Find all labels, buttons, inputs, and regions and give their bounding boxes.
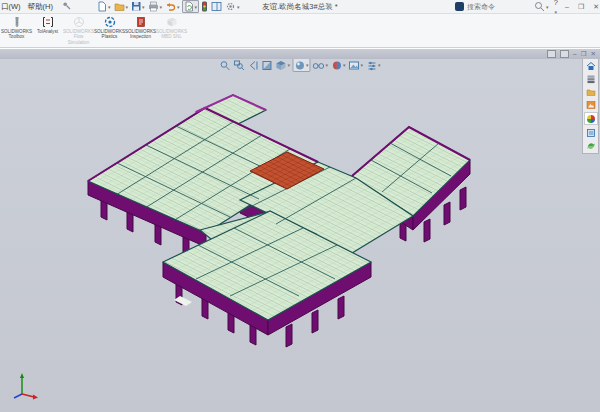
- undo-button[interactable]: ▾: [164, 1, 181, 12]
- addin-label: SOLIDWORKS Toolbox: [1, 29, 32, 40]
- addin-label: SOLIDWORKS Plastics: [94, 29, 125, 40]
- addin-tolanalyst[interactable]: TolAnalyst: [32, 14, 63, 34]
- search-input[interactable]: [467, 2, 527, 12]
- addin-flow-simulation[interactable]: SOLIDWORKS Flow Simulation: [63, 14, 94, 45]
- feature-pane-toggle-icon[interactable]: [560, 50, 569, 58]
- view-palette-icon[interactable]: [585, 99, 597, 110]
- addin-solidworks-plastics[interactable]: SOLIDWORKS Plastics: [94, 14, 125, 40]
- view-settings-icon[interactable]: ▾: [365, 59, 382, 71]
- design-library-icon[interactable]: [585, 73, 597, 84]
- mbd-snl-icon: [166, 16, 178, 28]
- inspection-icon: [135, 16, 147, 28]
- menu-pin-icon[interactable]: [62, 1, 71, 12]
- formwork-assembly: [88, 95, 470, 347]
- addin-label: TolAnalyst: [37, 29, 58, 34]
- edit-appearance-icon[interactable]: ▾: [330, 59, 347, 71]
- plastics-icon: [104, 16, 116, 28]
- display-style-icon[interactable]: ▾: [292, 58, 311, 72]
- search-box: [455, 1, 527, 12]
- addin-label: SOLIDWORKS MBD SNL: [156, 29, 187, 40]
- addin-label: SOLIDWORKS Flow Simulation: [63, 29, 94, 45]
- solidworks-forum-icon[interactable]: [585, 140, 597, 151]
- titlebar-right-controls: ▾ ?▾ – ❐ ✕: [534, 0, 600, 13]
- hide-show-items-icon[interactable]: ▾: [311, 59, 329, 71]
- orientation-triad: [14, 373, 38, 400]
- section-view-icon[interactable]: [260, 59, 273, 71]
- window-close-button[interactable]: ✕: [591, 3, 600, 11]
- view-orientation-icon[interactable]: ▾: [274, 59, 291, 71]
- help-button[interactable]: ?▾: [554, 0, 558, 16]
- search-magnifier-icon[interactable]: ▾: [534, 1, 549, 12]
- zoom-to-fit-icon[interactable]: [218, 59, 231, 71]
- doc-restore-button[interactable]: ❐: [581, 49, 587, 59]
- open-button[interactable]: ▾: [113, 1, 130, 12]
- menu-item-window[interactable]: 口(W): [1, 2, 21, 12]
- flow-simulation-icon: [73, 16, 85, 28]
- headsup-view-toolbar: ▾ ▾ ▾ ▾ ▾ ▾: [216, 57, 383, 73]
- file-explorer-icon[interactable]: [585, 86, 597, 97]
- display-pane-toggle-icon[interactable]: [547, 50, 556, 58]
- solidworks-resources-icon[interactable]: [585, 60, 597, 71]
- addin-label: SOLIDWORKS Inspection: [125, 29, 156, 40]
- window-restore-button[interactable]: ❐: [576, 3, 586, 11]
- addin-solidworks-toolbox[interactable]: SOLIDWORKS Toolbox: [1, 14, 32, 40]
- task-pane-strip: [582, 57, 599, 154]
- print-button[interactable]: ▾: [147, 1, 164, 12]
- doc-minimize-button[interactable]: –: [573, 49, 577, 59]
- custom-properties-icon[interactable]: [585, 127, 597, 138]
- doc-close-button[interactable]: ✕: [591, 49, 596, 59]
- document-title: 友谊.欧尚名城3#总装 *: [180, 0, 420, 13]
- solidworks-search-icon: [455, 2, 464, 11]
- tolanalyst-icon: [42, 16, 54, 28]
- zoom-to-area-icon[interactable]: [232, 59, 245, 71]
- menu-bar: 口(W) 帮助(H): [1, 0, 71, 13]
- addin-solidworks-mbd-snl[interactable]: SOLIDWORKS MBD SNL: [156, 14, 187, 40]
- appearances-scenes-icon[interactable]: [584, 112, 598, 125]
- apply-scene-icon[interactable]: ▾: [348, 59, 365, 71]
- addin-solidworks-inspection[interactable]: SOLIDWORKS Inspection: [125, 14, 156, 40]
- window-minimize-button[interactable]: –: [563, 3, 571, 10]
- addins-toolbar: SOLIDWORKS Toolbox TolAnalyst SOLIDWORKS…: [0, 14, 600, 48]
- title-bar: 口(W) 帮助(H) ▾ ▾ ▾ ▾ ▾ ▾ ▾: [0, 0, 600, 14]
- menu-item-help[interactable]: 帮助(H): [28, 2, 53, 12]
- previous-view-icon[interactable]: [246, 59, 259, 71]
- save-button[interactable]: ▾: [130, 1, 146, 12]
- new-file-button[interactable]: ▾: [96, 1, 112, 12]
- document-window-band: – ❐ ✕: [0, 48, 600, 59]
- toolbox-bolt-icon: [11, 16, 23, 28]
